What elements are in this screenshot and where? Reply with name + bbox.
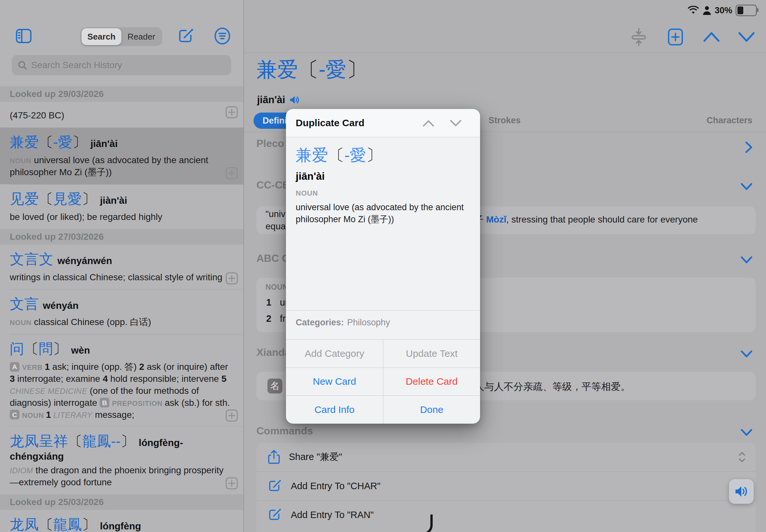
- definition-fragment: "univ: [265, 209, 285, 219]
- definition-text: 1: [46, 410, 51, 420]
- add-flashcard-button[interactable]: [225, 409, 238, 422]
- history-section-header: Looked up 25/03/2026: [0, 494, 243, 510]
- add-flashcard-button[interactable]: [225, 167, 238, 180]
- chevron-down-icon[interactable]: [740, 350, 753, 358]
- entry-pinyin: wényánwén: [57, 255, 112, 266]
- definition-text: IDIOM: [10, 466, 33, 475]
- history-section-header: Looked up 29/03/2026: [0, 86, 243, 102]
- commands-card: Share "兼爱"Add Entry To "CHAR"Add Entry T…: [256, 443, 756, 532]
- history-list-item[interactable]: 见爱〔見愛〕jiàn'àibe loved (or liked); be reg…: [0, 184, 243, 229]
- definition-text: 2: [139, 362, 144, 372]
- history-list-item[interactable]: 龙凤〔龍鳳〕lóngfèng: [0, 510, 243, 532]
- compose-icon: [268, 508, 282, 522]
- popup-prev-icon[interactable]: [422, 119, 435, 127]
- bracket: 〕: [82, 191, 96, 207]
- mozi-link[interactable]: Mòzǐ: [486, 214, 506, 224]
- chevron-down-icon[interactable]: [740, 256, 753, 264]
- definition-text: (475-220 BC): [10, 110, 64, 120]
- search-history-field[interactable]: [12, 55, 231, 75]
- definition-text: universal love (as advocated by the anci…: [10, 155, 208, 177]
- tab-strokes[interactable]: Strokes: [489, 115, 521, 126]
- entry-definition: be loved (or liked); be regarded highly: [10, 211, 237, 223]
- definition-text: CHINESE MEDICINE: [10, 387, 87, 395]
- new-search-button[interactable]: [178, 28, 194, 44]
- popup-body: 兼爱〔-愛〕 jiān'ài NOUN universal love (as a…: [286, 137, 480, 424]
- command-row[interactable]: Add Entry To "RAN": [256, 500, 756, 529]
- add-flashcard-button[interactable]: [225, 106, 238, 119]
- definition-text: 5: [221, 374, 226, 384]
- bracket-hanzi: 龍鳳: [53, 516, 82, 532]
- window-corner-artifact: [412, 514, 433, 532]
- definition-text: PREPOSITION: [112, 399, 164, 407]
- entry-headword-line: 文言文wényánwén: [10, 250, 237, 269]
- definition-text: message;: [92, 410, 134, 420]
- command-row[interactable]: Add Entry To "CHAR": [256, 471, 756, 500]
- duplicate-card-popup: Duplicate Card 兼爱〔-愛〕 jiān'ài NOUN unive…: [286, 109, 480, 424]
- history-list-item[interactable]: 问〔問〕wènAVERB 1 ask; inquire (opp. 答) 2 a…: [0, 334, 243, 427]
- entry-pinyin: jiān'ài: [91, 138, 118, 149]
- add-category-button: Add Category: [286, 339, 383, 368]
- toolbar-divider: [244, 53, 766, 53]
- command-label: Add Entry To "CHAR": [291, 481, 380, 491]
- bracket: 〕: [82, 516, 96, 532]
- add-flashcard-button[interactable]: [225, 272, 238, 285]
- history-section-header: Looked up 27/03/2026: [0, 229, 243, 245]
- chevron-down-icon[interactable]: [740, 428, 753, 437]
- definition-text: 4: [103, 374, 108, 384]
- command-label: Share "兼爱": [289, 451, 342, 464]
- definition-fragment: 子 Mòzǐ, stressing that people should car…: [475, 213, 698, 226]
- pleco-app-window: 20:21Sun 29 Mar 30% Search Reader Looked…: [0, 0, 766, 532]
- entry-headword-line: 兼爱〔-愛〕jiān'ài: [10, 133, 237, 152]
- entry-headword-line: 龙凤〔龍鳳〕lóngfèng: [10, 515, 237, 532]
- card-info-button[interactable]: Card Info: [286, 395, 383, 424]
- popup-definition: universal love (as advocated by the anci…: [296, 201, 465, 225]
- add-card-button[interactable]: [667, 28, 684, 46]
- user-icon: [702, 6, 711, 15]
- bracket: 〔: [24, 341, 39, 357]
- filter-button[interactable]: [213, 27, 231, 45]
- tab-reader[interactable]: Reader: [121, 28, 161, 45]
- history-list-item[interactable]: 兼爱〔-愛〕jiān'àiNOUN universal love (as adv…: [0, 127, 243, 184]
- delete-card-button[interactable]: Delete Card: [383, 368, 480, 396]
- popup-title: Duplicate Card: [296, 117, 364, 128]
- definition-text: NOUN: [10, 319, 31, 327]
- tab-search[interactable]: Search: [81, 28, 121, 45]
- new-card-button[interactable]: New Card: [286, 368, 383, 396]
- popup-next-icon[interactable]: [450, 119, 462, 127]
- entry-hanzi: 兼爱: [10, 134, 39, 150]
- popup-categories-row[interactable]: Categories:Philosophy: [286, 310, 480, 339]
- battery-percent: 30%: [715, 6, 732, 16]
- history-list-item[interactable]: 文言文wényánwénwritings in classical Chines…: [0, 245, 243, 289]
- tab-characters[interactable]: Characters: [707, 115, 752, 126]
- command-row[interactable]: Share "兼爱": [256, 443, 756, 471]
- categories-value: Philosophy: [347, 318, 390, 327]
- entry-headword-line: 见爱〔見愛〕jiàn'ài: [10, 189, 237, 209]
- chevron-down-icon[interactable]: [740, 182, 753, 191]
- popup-headword: 兼爱〔-愛〕: [296, 144, 382, 166]
- definition-text: NOUN: [22, 411, 46, 419]
- pos-label: NOUN: [265, 283, 288, 292]
- sidebar-toggle-button[interactable]: [16, 29, 32, 43]
- next-entry-button[interactable]: [737, 30, 756, 43]
- history-list-item[interactable]: (475-220 BC): [0, 102, 243, 127]
- previous-entry-button[interactable]: [702, 30, 721, 43]
- done-button[interactable]: Done: [383, 395, 480, 424]
- history-list-item[interactable]: 文言wényánNOUN classical Chinese (opp. 白话): [0, 289, 243, 334]
- chevron-right-icon[interactable]: [745, 141, 753, 154]
- chevron-up-down-icon[interactable]: [738, 452, 746, 463]
- definition-text: ask; inquire (opp. 答): [50, 362, 139, 372]
- noun-badge: 名: [267, 379, 282, 393]
- history-list-item[interactable]: 龙凤呈祥〔龍鳳--〕lóngfèng-chéngxiángIDIOM the d…: [0, 427, 243, 494]
- speaker-fab-button[interactable]: [729, 479, 754, 504]
- compose-icon: [268, 479, 282, 493]
- definition-fragment: 人与人不分亲疏、等级，平等相爱。: [475, 380, 630, 393]
- pronounce-icon[interactable]: [289, 95, 299, 105]
- collapse-sections-icon[interactable]: [630, 27, 648, 47]
- section-title-pleco: Pleco: [256, 138, 284, 150]
- definition-text: the dragon and the phoenix bringing pros…: [10, 465, 224, 487]
- search-input[interactable]: [30, 60, 225, 71]
- definition-text: VERB: [22, 363, 45, 371]
- add-flashcard-button[interactable]: [225, 477, 238, 490]
- definition-text: ask (sb.) for sth.: [165, 398, 230, 408]
- bracket: 〔: [68, 433, 82, 449]
